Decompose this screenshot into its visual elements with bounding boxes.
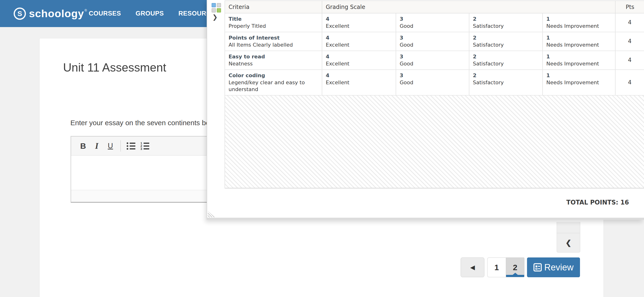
criterion-description: All Items Clearly labelled bbox=[228, 42, 318, 48]
toolbar-divider bbox=[120, 140, 121, 152]
criterion-name: Easy to read bbox=[228, 53, 318, 60]
grid-square-gray-2 bbox=[212, 8, 216, 12]
schoology-s-icon: S bbox=[14, 8, 26, 20]
level-cell[interactable]: 4Excellent bbox=[322, 70, 396, 95]
rubric-gutter: ❯ bbox=[207, 0, 224, 218]
level-cell[interactable]: 2Satisfactory bbox=[469, 51, 543, 70]
numbered-list-icon: 1 2 3 bbox=[140, 142, 149, 150]
rubric-row: Title Properly Titled 4Excellent 3Good 2… bbox=[225, 14, 644, 32]
page-2-button[interactable]: 2 bbox=[506, 258, 524, 277]
level-cell[interactable]: 1Needs Improvement bbox=[543, 70, 616, 95]
level-cell[interactable]: 3Good bbox=[396, 51, 469, 70]
collapse-panel-button[interactable]: ❮ bbox=[557, 233, 580, 252]
level-cell[interactable]: 1Needs Improvement bbox=[543, 14, 616, 32]
numbered-list-button[interactable]: 1 2 3 bbox=[138, 139, 151, 153]
level-cell[interactable]: 1Needs Improvement bbox=[543, 32, 616, 50]
bullet-list-icon bbox=[127, 142, 135, 150]
pagination: ◀ 12 Review bbox=[461, 258, 580, 277]
criterion-cell[interactable]: Title Properly Titled bbox=[225, 14, 322, 32]
review-button[interactable]: Review bbox=[527, 258, 580, 277]
level-cell[interactable]: 3Good bbox=[396, 32, 469, 50]
nav-item-courses[interactable]: COURSES bbox=[89, 10, 121, 17]
criterion-description: Legend/key clear and easy to understand bbox=[228, 79, 318, 93]
page-button-group: 12 bbox=[487, 258, 524, 277]
nav-menu: COURSESGROUPSRESOURCES bbox=[89, 0, 220, 27]
italic-button[interactable]: I bbox=[90, 139, 104, 153]
criterion-name: Points of Interest bbox=[228, 34, 318, 41]
level-cell[interactable]: 4Excellent bbox=[322, 14, 396, 32]
rubric-table: Criteria Grading Scale Pts Title Properl… bbox=[224, 0, 644, 188]
level-cell[interactable]: 3Good bbox=[396, 14, 469, 32]
nav-item-groups[interactable]: GROUPS bbox=[136, 10, 164, 17]
essay-prompt: Enter your essay on the seven continents… bbox=[70, 119, 215, 127]
collapse-top-button[interactable] bbox=[557, 222, 580, 233]
level-cell[interactable]: 1Needs Improvement bbox=[543, 51, 616, 70]
level-cell[interactable]: 4Excellent bbox=[322, 51, 396, 70]
previous-arrow-icon: ◀ bbox=[470, 264, 475, 271]
rubric-row: Color coding Legend/key clear and easy t… bbox=[225, 70, 644, 96]
pts-header: Pts bbox=[616, 1, 644, 13]
grid-square-green bbox=[217, 8, 221, 12]
pts-cell: 4 bbox=[616, 32, 644, 50]
criteria-header: Criteria bbox=[225, 1, 322, 13]
bold-button[interactable]: B bbox=[76, 139, 90, 153]
rubric-empty-area bbox=[225, 96, 644, 188]
rubric-grid-icon[interactable] bbox=[212, 3, 221, 12]
grading-scale-header: Grading Scale bbox=[322, 1, 616, 13]
criterion-description: Neatness bbox=[228, 60, 318, 67]
rubric-row: Easy to read Neatness 4Excellent 3Good 2… bbox=[225, 51, 644, 70]
criterion-description: Properly Titled bbox=[228, 22, 318, 30]
underline-button[interactable]: U bbox=[104, 139, 117, 153]
expand-criteria-chevron-icon[interactable]: ❯ bbox=[212, 14, 218, 21]
criterion-cell[interactable]: Easy to read Neatness bbox=[225, 51, 322, 70]
grid-square-gray-1 bbox=[217, 3, 221, 7]
level-cell[interactable]: 2Satisfactory bbox=[469, 14, 543, 32]
level-cell[interactable]: 3Good bbox=[396, 70, 469, 95]
criterion-name: Color coding bbox=[228, 72, 318, 79]
review-button-label: Review bbox=[544, 262, 574, 272]
rubric-panel: ❯ Criteria Grading Scale Pts Title Prope… bbox=[207, 0, 644, 220]
registered-trademark: ® bbox=[84, 8, 87, 12]
level-cell[interactable]: 2Satisfactory bbox=[469, 32, 543, 50]
page-1-button[interactable]: 1 bbox=[487, 258, 506, 277]
criterion-cell[interactable]: Color coding Legend/key clear and easy t… bbox=[225, 70, 322, 95]
previous-page-button[interactable]: ◀ bbox=[461, 258, 484, 277]
chevron-left-icon: ❮ bbox=[566, 239, 571, 247]
rubric-row: Points of Interest All Items Clearly lab… bbox=[225, 32, 644, 51]
bullet-list-button[interactable] bbox=[124, 139, 138, 153]
pts-cell: 4 bbox=[616, 51, 644, 70]
schoology-logo[interactable]: S schoology ® bbox=[14, 7, 86, 20]
rubric-table-header: Criteria Grading Scale Pts bbox=[225, 1, 644, 14]
pts-cell: 4 bbox=[616, 70, 644, 95]
panel-collapse-group: ❮ bbox=[557, 222, 580, 252]
criterion-name: Title bbox=[228, 16, 318, 22]
level-cell[interactable]: 4Excellent bbox=[322, 32, 396, 50]
total-points-label: TOTAL POINTS: 16 bbox=[207, 199, 644, 206]
level-cell[interactable]: 2Satisfactory bbox=[469, 70, 543, 95]
grid-square-blue bbox=[212, 3, 216, 7]
rubric-rows: Title Properly Titled 4Excellent 3Good 2… bbox=[225, 14, 644, 96]
brand-wordmark: schoology bbox=[29, 8, 84, 20]
criterion-cell[interactable]: Points of Interest All Items Clearly lab… bbox=[225, 32, 322, 50]
page-title: Unit 11 Assessment bbox=[63, 61, 166, 74]
rubric-review-icon bbox=[533, 263, 542, 272]
pts-cell: 4 bbox=[616, 14, 644, 32]
